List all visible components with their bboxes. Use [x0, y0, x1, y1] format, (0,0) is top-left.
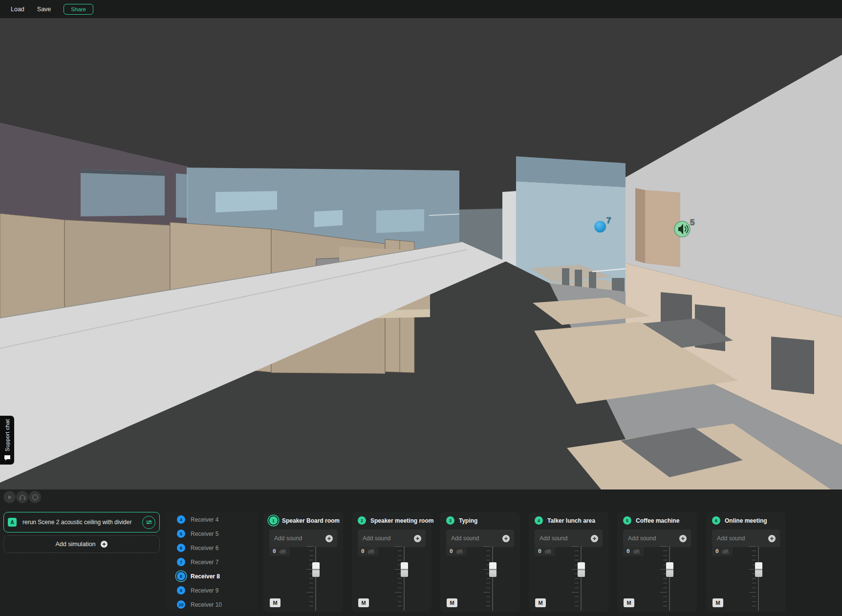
source-badge: 5: [623, 516, 631, 525]
plus-icon: [679, 535, 687, 542]
sound-panel-coffee-machine: 5 Coffee machine Add sound 0 dB M: [617, 512, 697, 612]
mute-button[interactable]: M: [270, 598, 281, 607]
simulation-badge: A: [8, 518, 17, 527]
slider-track: [315, 546, 316, 611]
slider-ticks: [395, 546, 402, 611]
receiver-item-8-selected[interactable]: 8 Receiver 8: [167, 569, 258, 583]
gain-value: 0: [361, 548, 365, 554]
source-title: Speaker Board room: [282, 517, 340, 524]
play-button[interactable]: [3, 491, 16, 503]
sliders-icon: [146, 519, 152, 525]
add-sound-dropdown[interactable]: Add sound: [446, 530, 514, 547]
right-wall-opening: [771, 337, 814, 394]
orbit-button[interactable]: [29, 491, 41, 503]
receiver-label: Receiver 7: [191, 559, 218, 566]
receiver-label: Receiver 5: [191, 531, 218, 537]
volume-slider[interactable]: [306, 546, 322, 611]
gain-unit: dB: [280, 549, 286, 554]
left-wall-window: [81, 169, 165, 216]
gain-input[interactable]: 0 dB: [623, 547, 644, 556]
mute-button[interactable]: M: [535, 598, 546, 607]
support-chat-tab[interactable]: Support chat: [0, 416, 14, 465]
gain-input[interactable]: 0 dB: [712, 547, 733, 556]
mute-button[interactable]: M: [624, 598, 634, 607]
receiver-item-5[interactable]: 5 Receiver 5: [167, 527, 258, 541]
gain-value: 0: [450, 548, 453, 554]
slider-handle[interactable]: [666, 562, 673, 577]
slider-handle[interactable]: [312, 562, 320, 577]
scene-3d-viewport[interactable]: 7 5: [0, 18, 842, 489]
glass-inner-window: [314, 210, 343, 227]
receiver-badge: 4: [177, 515, 185, 524]
add-sound-dropdown[interactable]: Add sound: [623, 530, 691, 547]
add-sound-dropdown[interactable]: Add sound: [712, 530, 780, 547]
receiver-item-4[interactable]: 4 Receiver 4: [167, 512, 258, 527]
volume-slider[interactable]: [660, 546, 676, 611]
office-3d-scene: 7 5: [0, 18, 842, 489]
add-sound-dropdown[interactable]: Add sound: [358, 530, 426, 547]
receiver-item-9[interactable]: 9 Receiver 9: [167, 583, 258, 597]
receiver-item-6[interactable]: 6 Receiver 6: [167, 541, 258, 555]
load-button[interactable]: Load: [11, 6, 24, 13]
slider-track: [669, 546, 670, 611]
add-simulation-button[interactable]: Add simulation: [3, 535, 160, 553]
receiver-label: Receiver 10: [191, 601, 222, 608]
slider-ticks: [306, 546, 313, 611]
receiver-badge: 7: [177, 558, 185, 566]
gain-input[interactable]: 0 dB: [269, 547, 290, 556]
plus-icon: [414, 535, 421, 542]
play-icon: [7, 495, 12, 500]
receiver-label: Receiver 4: [191, 516, 218, 523]
gain-input[interactable]: 0 dB: [358, 547, 378, 556]
gain-input[interactable]: 0 dB: [446, 547, 467, 556]
receiver-item-10[interactable]: 10 Receiver 10: [167, 597, 258, 612]
volume-slider[interactable]: [572, 546, 587, 611]
plus-icon: [502, 535, 510, 542]
right-column-side: [635, 188, 645, 263]
share-button[interactable]: Share: [64, 4, 93, 15]
sound-panel-speaker-meeting-room: 2 Speaker meeting room Add sound 0 dB M: [352, 512, 432, 612]
receiver-label: Receiver 8: [191, 573, 220, 580]
gain-input[interactable]: 0 dB: [535, 547, 555, 556]
add-simulation-label: Add simulation: [56, 541, 96, 548]
add-sound-dropdown[interactable]: Add sound: [269, 530, 337, 547]
receiver-7-label: 7: [606, 216, 611, 225]
receiver-badge: 6: [177, 544, 185, 552]
source-badge: 4: [535, 516, 543, 525]
simulation-settings-button[interactable]: [142, 516, 155, 529]
slider-track: [581, 546, 582, 611]
slider-ticks: [483, 546, 490, 611]
glass-inner-window: [216, 191, 277, 212]
receiver-item-7[interactable]: 7 Receiver 7: [167, 555, 258, 569]
support-chat-label: Support chat: [4, 419, 10, 451]
slider-handle[interactable]: [489, 562, 497, 577]
volume-slider[interactable]: [483, 546, 499, 611]
receiver-badge: 10: [177, 600, 185, 609]
listen-button[interactable]: [16, 491, 28, 503]
plus-icon: [591, 535, 598, 542]
sound-panel-speaker-board-room: 1 Speaker Board room Add sound 0 dB M: [263, 512, 343, 612]
slider-handle[interactable]: [755, 562, 762, 577]
add-sound-label: Add sound: [628, 535, 656, 542]
source-badge: 3: [446, 516, 454, 525]
slider-handle[interactable]: [401, 562, 408, 577]
receiver-badge: 9: [177, 586, 185, 595]
source-badge: 2: [358, 516, 366, 525]
volume-slider[interactable]: [749, 546, 765, 611]
receiver-label: Receiver 9: [191, 587, 218, 594]
mute-button[interactable]: M: [712, 598, 723, 607]
add-sound-dropdown[interactable]: Add sound: [535, 530, 603, 547]
slider-handle[interactable]: [578, 562, 585, 577]
add-sound-label: Add sound: [451, 535, 479, 542]
volume-slider[interactable]: [395, 546, 410, 611]
sound-panel-typing: 3 Typing Add sound 0 dB M: [440, 512, 520, 612]
mute-button[interactable]: M: [358, 598, 369, 607]
receiver-badge: 5: [177, 530, 185, 538]
source-title: Typing: [459, 517, 477, 524]
source-5-label: 5: [690, 218, 694, 227]
mute-button[interactable]: M: [447, 598, 457, 607]
gain-value: 0: [715, 548, 719, 554]
save-button[interactable]: Save: [37, 6, 51, 13]
simulation-input[interactable]: A rerun Scene 2 acoustic ceiling with di…: [3, 512, 160, 532]
slider-ticks: [660, 546, 667, 611]
